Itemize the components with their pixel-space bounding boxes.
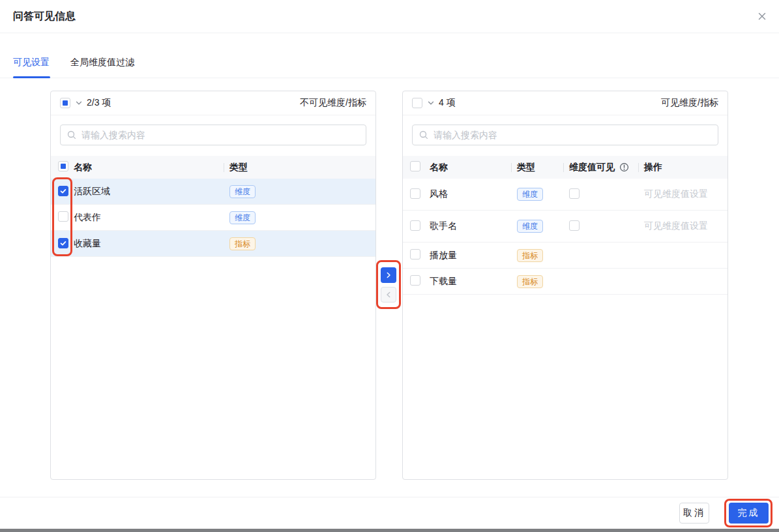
type-tag: 维度 — [517, 188, 543, 201]
table-row[interactable]: 收藏量 指标 — [51, 231, 375, 257]
active-tab-underline — [13, 76, 50, 78]
row-checkbox[interactable] — [410, 275, 420, 286]
cancel-button[interactable]: 取消 — [679, 503, 709, 524]
invisible-panel-title: 不可见维度/指标 — [300, 97, 366, 109]
column-header-action: 操作 — [638, 162, 728, 173]
dim-value-settings-link[interactable]: 可见维度值设置 — [644, 188, 708, 199]
info-icon[interactable] — [619, 162, 629, 172]
column-header-dim-value-visible: 维度值可见 — [563, 162, 638, 173]
row-checkbox[interactable] — [410, 220, 420, 231]
chevron-right-icon — [385, 271, 392, 279]
chevron-down-icon[interactable] — [427, 99, 435, 107]
chevron-left-icon — [385, 291, 392, 299]
invisible-count-label: 2/3 项 — [87, 97, 111, 109]
row-name: 下载量 — [430, 276, 511, 288]
visible-search-input[interactable] — [412, 125, 718, 145]
dialog-header: 问答可见信息 — [0, 0, 779, 33]
tab-visible-settings[interactable]: 可见设置 — [13, 48, 50, 78]
tab-bar: 可见设置 全局维度值过滤 — [0, 33, 779, 78]
visible-table: 名称 类型 维度值可见 操作 风格 维度 可见维度值设置 歌手名 维度 可见维度… — [403, 156, 728, 479]
row-name: 活跃区域 — [74, 186, 224, 198]
type-tag: 指标 — [517, 275, 543, 288]
column-header-type: 类型 — [511, 162, 563, 173]
table-row[interactable]: 活跃区域 维度 — [51, 179, 375, 205]
invisible-table-header-checkbox[interactable] — [58, 161, 68, 171]
table-row[interactable]: 下载量 指标 — [403, 269, 728, 295]
move-right-button[interactable] — [381, 267, 396, 283]
dialog-title: 问答可见信息 — [13, 0, 76, 33]
close-icon — [756, 10, 768, 22]
row-name: 播放量 — [430, 250, 511, 261]
type-tag: 指标 — [517, 249, 543, 262]
bottom-edge-bar — [0, 529, 779, 532]
table-row[interactable]: 歌手名 维度 可见维度值设置 — [403, 211, 728, 243]
row-name: 歌手名 — [430, 220, 511, 232]
move-left-button[interactable] — [381, 287, 396, 303]
row-name: 风格 — [430, 188, 511, 200]
column-header-type: 类型 — [224, 162, 375, 173]
invisible-select-all-checkbox[interactable] — [60, 98, 70, 108]
table-row[interactable]: 风格 维度 可见维度值设置 — [403, 179, 728, 211]
visible-search-area — [403, 115, 728, 156]
dim-value-visible-checkbox[interactable] — [569, 188, 580, 199]
row-checkbox[interactable] — [58, 186, 68, 196]
row-name: 收藏量 — [74, 238, 224, 250]
visible-select-all-checkbox[interactable] — [412, 98, 422, 108]
visible-panel-title: 可见维度/指标 — [661, 97, 718, 109]
visible-panel-header: 4 项 可见维度/指标 — [403, 91, 728, 115]
column-header-name: 名称 — [74, 162, 224, 173]
type-tag: 维度 — [229, 185, 256, 198]
close-button[interactable] — [754, 8, 770, 24]
invisible-table-header: 名称 类型 — [51, 156, 375, 179]
dim-value-settings-link[interactable]: 可见维度值设置 — [644, 220, 708, 231]
tab-global-dimension-filter[interactable]: 全局维度值过滤 — [70, 48, 134, 78]
type-tag: 维度 — [229, 211, 256, 224]
invisible-search-area — [51, 115, 375, 156]
invisible-panel: 2/3 项 不可见维度/指标 名称 类型 活跃区域 维度 代表作 维度 — [50, 91, 376, 480]
visible-table-header: 名称 类型 维度值可见 操作 — [403, 156, 728, 179]
type-tag: 指标 — [229, 237, 256, 250]
row-checkbox[interactable] — [58, 238, 68, 248]
invisible-search-input[interactable] — [60, 125, 366, 145]
table-row[interactable]: 播放量 指标 — [403, 243, 728, 269]
row-checkbox[interactable] — [58, 211, 68, 222]
row-checkbox[interactable] — [410, 249, 420, 259]
invisible-table: 名称 类型 活跃区域 维度 代表作 维度 收藏量 指标 — [51, 156, 375, 479]
chevron-down-icon[interactable] — [75, 99, 83, 107]
visible-table-header-checkbox[interactable] — [410, 161, 420, 171]
visible-panel: 4 项 可见维度/指标 名称 类型 维度值可见 操作 风格 维度 — [402, 91, 728, 480]
transfer-buttons — [381, 267, 396, 303]
invisible-panel-header: 2/3 项 不可见维度/指标 — [51, 91, 375, 115]
tab-label: 全局维度值过滤 — [70, 57, 134, 68]
footer-divider — [0, 497, 779, 497]
column-header-name: 名称 — [430, 162, 511, 173]
dim-value-visible-checkbox[interactable] — [569, 220, 580, 231]
row-name: 代表作 — [74, 212, 224, 224]
tab-label: 可见设置 — [13, 57, 50, 68]
table-row[interactable]: 代表作 维度 — [51, 205, 375, 231]
row-checkbox[interactable] — [410, 188, 420, 199]
confirm-button[interactable]: 完成 — [729, 503, 769, 524]
type-tag: 维度 — [517, 220, 543, 233]
visible-count-label: 4 项 — [439, 97, 456, 109]
